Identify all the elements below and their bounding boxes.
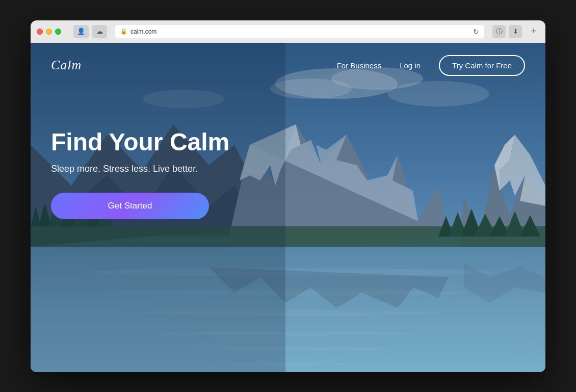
nav-login[interactable]: Log in: [400, 61, 421, 70]
navigation: Calm For Business Log in Try Calm for Fr…: [31, 43, 545, 88]
nav-links: For Business Log in Try Calm for Free: [337, 55, 525, 76]
cloud-button[interactable]: ☁: [92, 25, 107, 38]
plus-icon: +: [531, 26, 537, 37]
info-icon: ⓘ: [496, 27, 503, 36]
lock-icon: 🔒: [120, 28, 127, 35]
address-bar[interactable]: 🔒 calm.com ↻: [115, 25, 484, 38]
cloud-icon: ☁: [96, 28, 103, 35]
download-icon: ⬇: [513, 28, 518, 35]
download-button[interactable]: ⬇: [509, 25, 522, 38]
get-started-button[interactable]: Get Started: [51, 193, 209, 219]
traffic-lights: [37, 29, 61, 35]
hero-title: Find Your Calm: [51, 129, 525, 156]
reload-icon[interactable]: ↻: [473, 28, 479, 36]
hero-subtitle: Sleep more. Stress less. Live better.: [51, 164, 525, 174]
toolbar-right-icons: ⓘ ⬇: [492, 25, 522, 38]
minimize-button[interactable]: [46, 29, 52, 35]
close-button[interactable]: [37, 29, 43, 35]
logo[interactable]: Calm: [51, 58, 82, 73]
website-content: Calm For Business Log in Try Calm for Fr…: [31, 43, 545, 372]
info-button[interactable]: ⓘ: [492, 25, 506, 38]
nav-for-business[interactable]: For Business: [337, 61, 382, 70]
nav-cta-button[interactable]: Try Calm for Free: [439, 55, 525, 76]
browser-window: 👤 ☁ 🔒 calm.com ↻ ⓘ ⬇ +: [31, 20, 545, 372]
title-bar: 👤 ☁ 🔒 calm.com ↻ ⓘ ⬇ +: [31, 20, 545, 43]
extensions-button[interactable]: 👤: [73, 25, 89, 38]
extensions-icon: 👤: [77, 28, 85, 35]
toolbar-icons: 👤 ☁: [73, 25, 107, 38]
hero-content: Find Your Calm Sleep more. Stress less. …: [31, 88, 545, 240]
new-tab-button[interactable]: +: [528, 26, 539, 37]
url-text: calm.com: [130, 28, 156, 35]
maximize-button[interactable]: [55, 29, 61, 35]
